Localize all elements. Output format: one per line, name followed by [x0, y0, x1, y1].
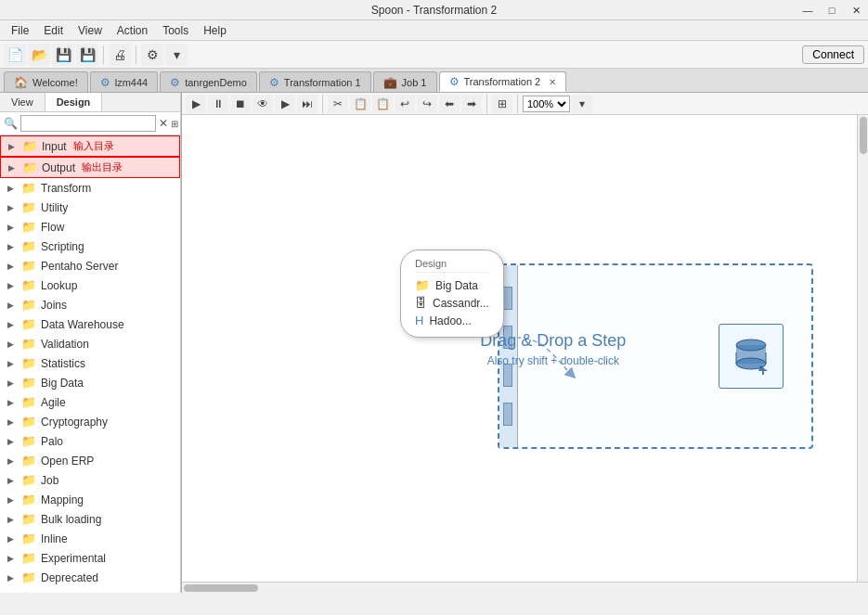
tab-trans1[interactable]: ⚙ Transformation 1 [259, 71, 371, 92]
bar-segment-2 [503, 326, 512, 349]
step-item-validation[interactable]: ▶ 📁 Validation [0, 334, 180, 353]
redo-button[interactable]: ↪ [417, 95, 437, 113]
cut-button[interactable]: ✂ [328, 95, 348, 113]
paste-button[interactable]: 📋 [372, 95, 393, 113]
step-label-flow: Flow [41, 221, 64, 234]
vertical-scrollbar[interactable] [857, 115, 868, 582]
tab-icon-trans1: ⚙ [269, 76, 279, 89]
step-item-input[interactable]: ▶ 📁 Input 输入目录 [0, 135, 180, 157]
canvas[interactable]: Design 📁 Big Data 🗄 Cassandr... H Hadoo.… [182, 115, 857, 582]
step-item-bulkLoading[interactable]: ▶ 📁 Bulk loading [0, 509, 180, 529]
step-item-agile[interactable]: ▶ 📁 Agile [0, 392, 180, 412]
step-item-utility[interactable]: ▶ 📁 Utility [0, 198, 180, 217]
tooltip-bigdata: 📁 Big Data [415, 276, 489, 294]
title-bar: Spoon - Transformation 2 — □ ✕ [0, 0, 868, 20]
preview-button[interactable]: 👁 [253, 95, 273, 113]
tab-job1[interactable]: 💼 Job 1 [373, 71, 437, 92]
menu-action[interactable]: Action [110, 22, 155, 39]
step-item-openErp[interactable]: ▶ 📁 Open ERP [0, 451, 180, 470]
step-item-inline[interactable]: ▶ 📁 Inline [0, 529, 180, 548]
step-label-input: Input [42, 140, 67, 153]
run-button[interactable]: ▶ [186, 95, 206, 113]
step-item-experimental[interactable]: ▶ 📁 Experimental [0, 548, 180, 568]
skip-button[interactable]: ⏭ [297, 95, 317, 113]
expand-arrow-openErp: ▶ [7, 456, 17, 466]
menu-file[interactable]: File [4, 22, 36, 39]
stop-button[interactable]: ⏹ [230, 95, 251, 113]
step-item-statistics[interactable]: ▶ 📁 Statistics [0, 353, 180, 373]
h-scroll-thumb[interactable] [184, 584, 258, 592]
minimize-button[interactable]: — [796, 0, 820, 20]
zoom-dropdown-button[interactable]: ▾ [572, 95, 592, 113]
step-item-flow[interactable]: ▶ 📁 Flow [0, 217, 180, 237]
folder-icon-inline: 📁 [21, 532, 36, 545]
undo-button[interactable]: ↩ [395, 95, 415, 113]
step-item-mapping[interactable]: ▶ 📁 Mapping [0, 490, 180, 509]
print-button[interactable]: 🖨 [109, 44, 131, 66]
step-label-job: Job [41, 474, 58, 487]
folder-icon-flow: 📁 [21, 220, 36, 234]
tab-close-trans2[interactable]: ✕ [549, 77, 556, 87]
options-button[interactable]: ▾ [165, 44, 188, 66]
menu-tools[interactable]: Tools [155, 22, 196, 39]
expand-arrow-agile: ▶ [7, 398, 17, 407]
step-item-job[interactable]: ▶ 📁 Job [0, 470, 180, 490]
panel-tab-design[interactable]: Design [45, 93, 103, 111]
copy-button[interactable]: 📋 [350, 95, 370, 113]
menu-view[interactable]: View [71, 22, 110, 39]
step-item-pentaho[interactable]: ▶ 📁 Pentaho Server [0, 256, 180, 275]
step-item-transform[interactable]: ▶ 📁 Transform [0, 178, 180, 198]
canvas-area: Design 📁 Big Data 🗄 Cassandr... H Hadoo.… [182, 115, 868, 593]
settings-button[interactable]: ⚙ [141, 44, 163, 66]
bar-segment-4 [503, 403, 512, 426]
expand-arrow-experimental: ▶ [7, 554, 17, 563]
save-as-button[interactable]: 💾 [76, 44, 98, 66]
save-button[interactable]: 💾 [52, 44, 74, 66]
run-toolbar-sep3 [517, 95, 518, 113]
step-item-history[interactable]: ▶ 📁 History [0, 587, 180, 593]
folder-icon-utility: 📁 [21, 200, 36, 214]
close-button[interactable]: ✕ [844, 0, 868, 20]
folder-icon-cryptography: 📁 [21, 415, 36, 429]
tab-trans2[interactable]: ⚙ Transformation 2 ✕ [439, 71, 567, 92]
expand-arrow-mapping: ▶ [7, 495, 17, 505]
pause-button[interactable]: ⏸ [208, 95, 228, 113]
step-item-joins[interactable]: ▶ 📁 Joins [0, 295, 180, 314]
new-button[interactable]: 📄 [4, 44, 26, 66]
maximize-button[interactable]: □ [820, 0, 844, 20]
horizontal-scrollbar[interactable] [182, 582, 868, 593]
step-item-output[interactable]: ▶ 📁 Output 输出目录 [0, 157, 180, 178]
open-button[interactable]: 📂 [28, 44, 50, 66]
align-button[interactable]: ⊞ [492, 95, 512, 113]
zoom-select[interactable]: 100% [523, 96, 570, 112]
step-item-scripting[interactable]: ▶ 📁 Scripting [0, 237, 180, 256]
folder-icon-validation: 📁 [21, 337, 36, 351]
search-input[interactable] [20, 115, 156, 132]
step-item-lookup[interactable]: ▶ 📁 Lookup [0, 275, 180, 295]
tab-welcome[interactable]: 🏠 Welcome! [4, 71, 88, 92]
connect-button[interactable]: Connect [802, 45, 864, 64]
tab-lzm444[interactable]: ⚙ lzm444 [90, 71, 158, 92]
tooltip-popup: Design 📁 Big Data 🗄 Cassandr... H Hadoo.… [400, 250, 504, 338]
tab-label-trans2: Transformation 2 [464, 76, 541, 87]
step-item-deprecated[interactable]: ▶ 📁 Deprecated [0, 568, 180, 587]
folder-icon-lookup: 📁 [21, 278, 36, 292]
back-button[interactable]: ⬅ [439, 95, 460, 113]
step-item-palo[interactable]: ▶ 📁 Palo [0, 431, 180, 451]
step-item-bigdata[interactable]: ▶ 📁 Big Data [0, 373, 180, 392]
run-toolbar-sep1 [322, 95, 323, 113]
v-scroll-thumb[interactable] [860, 117, 867, 154]
tab-tanrgen[interactable]: ⚙ tanrgenDemo [160, 71, 257, 92]
panel-tab-view[interactable]: View [0, 93, 45, 111]
menu-help[interactable]: Help [196, 22, 234, 39]
step-item-cryptography[interactable]: ▶ 📁 Cryptography [0, 412, 180, 431]
step-item-datawarehouse[interactable]: ▶ 📁 Data Warehouse [0, 314, 180, 334]
canvas-row: Design 📁 Big Data 🗄 Cassandr... H Hadoo.… [182, 115, 868, 582]
folder-icon-statistics: 📁 [21, 356, 36, 370]
menu-edit[interactable]: Edit [36, 22, 71, 39]
folder-icon-joins: 📁 [21, 298, 36, 312]
run-step-button[interactable]: ▶ [275, 95, 295, 113]
clear-search-icon[interactable]: ✕ [159, 115, 168, 132]
forward-button[interactable]: ➡ [461, 95, 482, 113]
expand-all-icon[interactable]: ⊞ [171, 115, 178, 132]
